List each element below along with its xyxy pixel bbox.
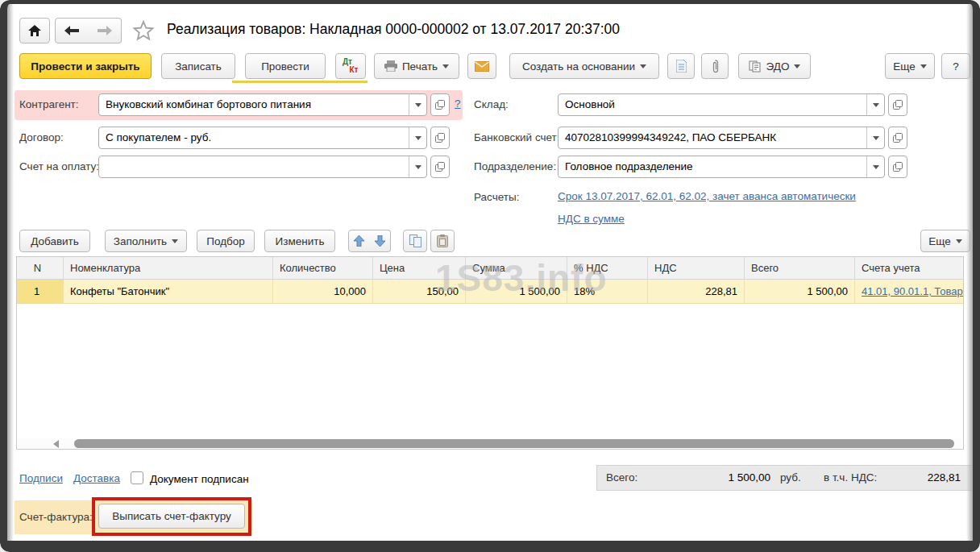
counterparty-open-button[interactable] — [430, 93, 450, 116]
warehouse-value[interactable]: Основной — [559, 94, 866, 115]
warehouse-field[interactable]: Основной — [558, 93, 885, 116]
open-form-icon — [435, 133, 445, 143]
cell-accounts: 41.01, 90.01.1, Товары, 90.02.1, 9 — [855, 280, 963, 303]
total-value: 1 500,00 — [701, 471, 770, 484]
document-signed-checkbox[interactable] — [131, 471, 143, 484]
col-header-quantity[interactable]: Количество — [273, 257, 373, 279]
pick-button[interactable]: Подбор — [197, 230, 255, 252]
arrow-down-icon — [375, 235, 385, 247]
cell-quantity[interactable]: 10,000 — [273, 280, 373, 303]
bank-account-label: Банковский счет: — [474, 131, 560, 143]
related-documents-button[interactable] — [667, 53, 695, 79]
counterparty-value[interactable]: Внуковский комбинат бортового питания — [99, 94, 409, 115]
forward-button[interactable] — [88, 18, 122, 44]
paste-rows-button[interactable] — [430, 230, 455, 252]
document-window: Реализация товаров: Накладная 0000-00000… — [0, 0, 980, 552]
issue-invoice-button[interactable]: Выписать счет-фактуру — [98, 504, 245, 529]
bank-account-field[interactable]: 40702810399994349242, ПАО СБЕРБАНК — [558, 127, 885, 149]
scrollbar-left-arrow-icon[interactable] — [53, 440, 59, 448]
page-title: Реализация товаров: Накладная 0000-00000… — [167, 21, 620, 38]
home-button[interactable] — [19, 18, 50, 44]
add-row-button[interactable]: Добавить — [19, 230, 90, 252]
back-button[interactable] — [55, 18, 89, 44]
invoice-for-payment-field[interactable] — [98, 156, 427, 178]
bank-account-open-button[interactable] — [888, 127, 907, 149]
division-dropdown[interactable] — [866, 156, 884, 177]
contract-open-button[interactable] — [430, 127, 450, 149]
copy-rows-button[interactable] — [403, 230, 427, 252]
envelope-icon — [475, 61, 489, 72]
print-button[interactable]: Печать — [374, 53, 459, 79]
move-up-button[interactable] — [348, 230, 370, 252]
delivery-link[interactable]: Доставка — [73, 472, 120, 484]
post-label: Провести — [261, 60, 309, 73]
contract-dropdown[interactable] — [409, 127, 426, 148]
counterparty-dropdown[interactable] — [409, 94, 426, 115]
cell-n[interactable]: 1 — [17, 280, 64, 303]
attachments-button[interactable] — [701, 53, 729, 79]
col-header-vat-percent[interactable]: % НДС — [567, 257, 648, 279]
invoice-for-payment-value[interactable] — [99, 156, 409, 177]
cell-price[interactable]: 150,00 — [373, 280, 466, 303]
scrollbar-thumb[interactable] — [74, 439, 954, 448]
col-header-total[interactable]: Всего — [745, 257, 855, 279]
edit-button[interactable]: Изменить — [264, 230, 335, 252]
forward-arrow-icon — [98, 26, 112, 35]
warehouse-open-button[interactable] — [888, 93, 907, 116]
division-field[interactable]: Головное подразделение — [558, 156, 885, 178]
pick-label: Подбор — [206, 235, 245, 247]
fill-button[interactable]: Заполнить — [105, 230, 187, 252]
email-button[interactable] — [467, 53, 496, 79]
col-header-nomenclature[interactable]: Номенклатура — [64, 257, 273, 279]
invoice-for-payment-label: Счет на оплату: — [19, 160, 99, 172]
cell-sum[interactable]: 1 500,00 — [466, 280, 567, 303]
invoice-for-payment-dropdown[interactable] — [409, 156, 426, 177]
cell-total[interactable]: 1 500,00 — [745, 280, 855, 303]
dropdown-caret-icon — [873, 103, 879, 107]
accounts-link[interactable]: 41.01, 90.01.1, Товары, 90.02.1, 9 — [862, 285, 963, 297]
contract-field[interactable]: С покупателем - руб. — [98, 127, 427, 149]
counterparty-help-link[interactable]: ? — [455, 98, 461, 110]
contract-value[interactable]: С покупателем - руб. — [99, 127, 409, 148]
save-label: Записать — [175, 60, 222, 73]
invoice-for-payment-open-button[interactable] — [430, 156, 450, 178]
bank-account-dropdown[interactable] — [866, 127, 884, 148]
counterparty-field[interactable]: Внуковский комбинат бортового питания — [98, 93, 427, 116]
open-form-icon — [893, 100, 903, 110]
dt-kt-postings-button[interactable]: Дт Кт — [335, 53, 366, 79]
settlements-link[interactable]: Срок 13.07.2017, 62.01, 62.02, зачет ава… — [558, 190, 856, 202]
cell-nomenclature[interactable]: Конфеты "Батончик" — [64, 280, 273, 303]
back-arrow-icon — [64, 26, 79, 35]
col-header-price[interactable]: Цена — [373, 257, 466, 279]
move-down-button[interactable] — [369, 230, 391, 252]
cell-vat-percent[interactable]: 18% — [567, 280, 648, 303]
col-header-sum[interactable]: Сумма — [466, 257, 567, 279]
dropdown-caret-icon — [415, 136, 421, 140]
favorite-star-icon[interactable] — [132, 19, 155, 42]
more-button-table[interactable]: Еще — [920, 230, 970, 252]
signatures-link[interactable]: Подписи — [19, 472, 63, 484]
post-and-close-button[interactable]: Провести и закрыть — [19, 53, 152, 79]
col-header-n[interactable]: N — [17, 257, 64, 279]
incl-vat-label: в т.ч. НДС: — [824, 471, 877, 484]
division-open-button[interactable] — [888, 156, 907, 178]
document-icon — [676, 60, 687, 73]
help-button[interactable]: ? — [941, 53, 970, 79]
bank-account-value[interactable]: 40702810399994349242, ПАО СБЕРБАНК — [559, 127, 866, 148]
open-form-icon — [435, 162, 445, 172]
col-header-vat[interactable]: НДС — [648, 257, 745, 279]
more-button-top[interactable]: Еще — [885, 53, 935, 79]
post-button[interactable]: Провести — [245, 53, 326, 79]
division-value[interactable]: Головное подразделение — [559, 156, 866, 177]
warehouse-dropdown[interactable] — [866, 94, 884, 115]
cell-vat[interactable]: 228,81 — [648, 280, 745, 303]
edo-button[interactable]: ЭДО — [738, 53, 811, 79]
print-label: Печать — [402, 60, 438, 73]
save-button[interactable]: Записать — [161, 53, 235, 79]
kt-icon: Кт — [349, 66, 358, 74]
table-row[interactable]: 1 Конфеты "Батончик" 10,000 150,00 1 500… — [17, 280, 963, 304]
col-header-accounts[interactable]: Счета учета — [855, 257, 963, 279]
vat-in-sum-link[interactable]: НДС в сумме — [558, 213, 625, 225]
incl-vat-value: 228,81 — [912, 471, 961, 484]
create-based-on-button[interactable]: Создать на основании — [509, 53, 659, 79]
